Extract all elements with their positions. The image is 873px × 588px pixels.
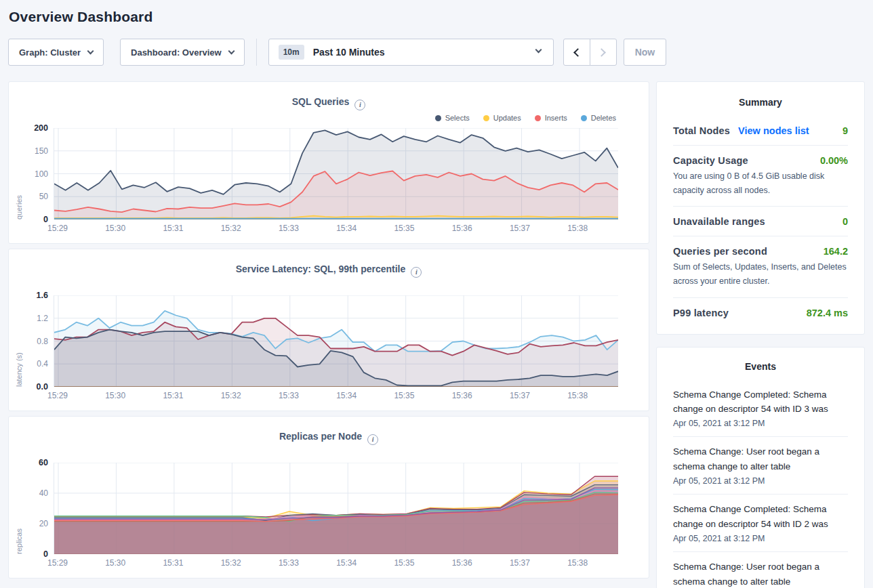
y-tick-label: 40 bbox=[39, 488, 48, 498]
y-axis-label: queries bbox=[15, 128, 23, 219]
x-tick-label: 15:33 bbox=[279, 391, 299, 400]
chevron-right-icon bbox=[597, 48, 606, 57]
summary-row-label: Capacity Usage bbox=[673, 155, 748, 166]
x-tick-label: 15:30 bbox=[105, 558, 125, 568]
summary-row-p99-latency: P99 latency 872.4 ms bbox=[673, 298, 848, 327]
graph-dropdown-label: Graph: Cluster bbox=[19, 47, 81, 58]
chart-svg bbox=[54, 128, 618, 219]
event-timestamp: Apr 05, 2021 at 3:12 PM bbox=[673, 419, 848, 428]
chart-svg bbox=[54, 463, 618, 554]
summary-row-value: 0.00% bbox=[820, 155, 848, 166]
events-panel: Events Schema Change Completed: Schema c… bbox=[656, 347, 865, 588]
now-button-label: Now bbox=[635, 47, 655, 58]
summary-panel: Summary Total Nodes View nodes list 9 Ca… bbox=[656, 81, 865, 335]
y-tick-label: 1.6 bbox=[37, 291, 48, 300]
summary-row-unavailable-ranges: Unavailable ranges 0 bbox=[673, 207, 848, 236]
time-range-label: Past 10 Minutes bbox=[313, 47, 385, 58]
x-tick-label: 15:38 bbox=[567, 558, 588, 568]
summary-row-value: 872.4 ms bbox=[807, 308, 848, 318]
summary-row-total-nodes: Total Nodes View nodes list 9 bbox=[673, 116, 848, 145]
y-axis-label: replicas bbox=[15, 463, 23, 554]
summary-row-value: 164.2 bbox=[824, 246, 848, 257]
event-item: Schema Change: User root began a schema … bbox=[673, 437, 848, 494]
summary-row-value: 9 bbox=[842, 125, 848, 136]
sidebar: Summary Total Nodes View nodes list 9 Ca… bbox=[656, 81, 865, 588]
x-tick-label: 15:34 bbox=[336, 224, 357, 233]
x-tick-label: 15:36 bbox=[452, 391, 472, 400]
summary-row-description: You are using 0 B of 4.5 GiB usable disk… bbox=[673, 169, 848, 206]
chart-panel-replicas-per-node: Replicas per Nodei replicas0204060 15:29… bbox=[8, 416, 649, 579]
summary-row-value: 0 bbox=[842, 216, 848, 227]
chart-x-axis: 15:2915:3015:3115:3215:3315:3415:3515:36… bbox=[54, 387, 616, 402]
summary-row-label: Queries per second bbox=[673, 246, 767, 257]
graph-dropdown[interactable]: Graph: Cluster bbox=[8, 39, 104, 66]
now-button[interactable]: Now bbox=[624, 39, 667, 66]
y-tick-label: 0.8 bbox=[37, 337, 48, 346]
legend-label: Selects bbox=[445, 114, 470, 122]
legend-item-deletes[interactable]: Deletes bbox=[581, 114, 616, 122]
legend-item-inserts[interactable]: Inserts bbox=[535, 114, 567, 122]
x-tick-label: 15:37 bbox=[510, 224, 530, 233]
legend-item-selects[interactable]: Selects bbox=[435, 114, 470, 122]
legend-item-updates[interactable]: Updates bbox=[483, 114, 521, 122]
x-tick-label: 15:36 bbox=[452, 224, 472, 233]
x-tick-label: 15:37 bbox=[510, 558, 530, 568]
chart-panel-service-latency: Service Latency: SQL, 99th percentilei l… bbox=[8, 249, 649, 411]
view-nodes-list-link[interactable]: View nodes list bbox=[738, 125, 809, 136]
event-timestamp: Apr 05, 2021 at 3:12 PM bbox=[673, 476, 848, 486]
x-tick-label: 15:34 bbox=[336, 391, 357, 400]
info-icon[interactable]: i bbox=[367, 434, 378, 445]
x-tick-label: 15:32 bbox=[221, 391, 241, 400]
legend-dot bbox=[581, 115, 587, 121]
info-icon[interactable]: i bbox=[411, 267, 422, 278]
x-tick-label: 15:31 bbox=[163, 391, 183, 400]
x-tick-label: 15:31 bbox=[163, 558, 183, 568]
legend-dot bbox=[435, 115, 441, 121]
event-text: Schema Change Completed: Schema change o… bbox=[673, 387, 848, 417]
event-text: Schema Change: User root began a schema … bbox=[673, 444, 848, 474]
time-forward-button[interactable] bbox=[590, 39, 617, 66]
chart-legend: SelectsUpdatesInsertsDeletes bbox=[435, 114, 616, 122]
time-range-selector[interactable]: 10m Past 10 Minutes bbox=[268, 39, 554, 66]
y-tick-label: 60 bbox=[39, 458, 48, 467]
x-tick-label: 15:32 bbox=[221, 224, 241, 233]
y-tick-label: 0 bbox=[43, 215, 48, 224]
summary-row-description: Sum of Selects, Updates, Inserts, and De… bbox=[673, 260, 848, 297]
legend-label: Deletes bbox=[591, 114, 616, 122]
summary-row-label: Total Nodes bbox=[673, 125, 730, 136]
dashboard-dropdown[interactable]: Dashboard: Overview bbox=[120, 39, 245, 66]
chevron-left-icon bbox=[573, 48, 582, 57]
chart-plot[interactable]: replicas0204060 bbox=[54, 463, 616, 554]
x-tick-label: 15:29 bbox=[47, 391, 68, 400]
chevron-down-icon bbox=[228, 47, 235, 54]
x-tick-label: 15:35 bbox=[394, 558, 414, 568]
y-tick-label: 0.0 bbox=[37, 382, 48, 392]
time-back-button[interactable] bbox=[563, 39, 590, 66]
chart-x-axis: 15:2915:3015:3115:3215:3315:3415:3515:36… bbox=[54, 554, 616, 569]
x-tick-label: 15:35 bbox=[394, 391, 414, 400]
chart-title: Service Latency: SQL, 99th percentile bbox=[236, 264, 406, 274]
chart-svg bbox=[54, 295, 618, 387]
summary-row-label: P99 latency bbox=[673, 308, 729, 318]
chart-plot[interactable]: queries050100150200 bbox=[54, 128, 616, 219]
event-timestamp: Apr 05, 2021 at 3:12 PM bbox=[673, 534, 848, 543]
event-item: Schema Change Completed: Schema change o… bbox=[673, 495, 848, 551]
toolbar: Graph: Cluster Dashboard: Overview 10m P… bbox=[8, 39, 865, 66]
event-text: Schema Change: User root began a schema … bbox=[673, 560, 848, 588]
event-text: Schema Change Completed: Schema change o… bbox=[673, 502, 848, 532]
summary-row-label: Unavailable ranges bbox=[673, 216, 765, 227]
legend-label: Updates bbox=[493, 114, 521, 122]
x-tick-label: 15:30 bbox=[105, 224, 125, 233]
x-tick-label: 15:36 bbox=[452, 558, 472, 568]
page-title: Overview Dashboard bbox=[0, 0, 873, 25]
summary-title: Summary bbox=[673, 96, 848, 116]
chevron-down-icon bbox=[87, 47, 94, 54]
info-icon[interactable]: i bbox=[354, 100, 365, 110]
y-axis-label: latency (s) bbox=[15, 295, 23, 387]
legend-dot bbox=[535, 115, 541, 121]
x-tick-label: 15:33 bbox=[279, 558, 299, 568]
chart-title: SQL Queries bbox=[292, 96, 350, 107]
x-tick-label: 15:38 bbox=[567, 391, 588, 400]
x-tick-label: 15:30 bbox=[105, 391, 125, 400]
chart-plot[interactable]: latency (s)0.00.40.81.21.6 bbox=[54, 295, 616, 387]
